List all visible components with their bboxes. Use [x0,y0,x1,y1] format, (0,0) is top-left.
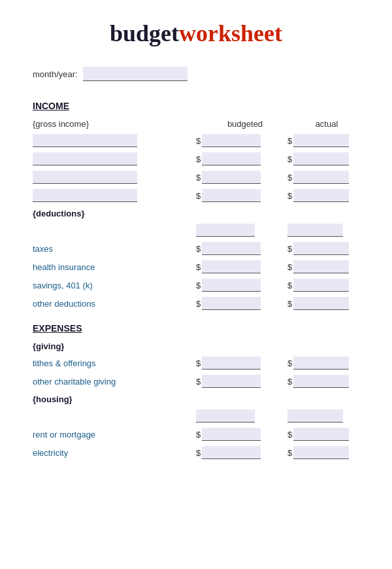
dollar-sign-s1: $ [196,281,201,290]
dollar-sign-oca1: $ [287,377,292,387]
gross-income-actual-group-4: $ [287,189,359,202]
gross-income-budgeted-group-1: $ [196,134,281,147]
other-deductions-actual-group: $ [287,297,359,310]
housing-budgeted-highlight [196,409,281,422]
tithes-row: tithes & offerings $ $ [33,356,359,370]
gross-income-budgeted-2[interactable] [202,152,261,165]
gross-income-budgeted-4[interactable] [202,189,261,202]
dollar-sign-ti1: $ [196,358,201,368]
dollar-sign-od1: $ [196,299,201,309]
deductions-budgeted-highlight-input[interactable] [196,224,255,237]
deductions-actual-highlight [287,224,359,237]
taxes-row: taxes $ $ [33,242,359,255]
dollar-sign-a2: $ [287,154,292,164]
dollar-sign-rm1: $ [196,430,201,440]
other-charitable-row: other charitable giving $ $ [33,375,359,388]
dollar-sign-4: $ [196,191,201,201]
gross-income-row-2: $ $ [33,152,359,165]
housing-subsection: {housing} rent or mortgage $ $ [33,394,359,459]
other-charitable-label: other charitable giving [33,377,196,387]
gross-income-actual-group-3: $ [287,171,359,184]
gross-income-budgeted-3[interactable] [202,171,261,184]
savings-label: savings, 401 (k) [33,281,196,290]
gross-income-actual-group-2: $ [287,152,359,165]
other-deductions-actual[interactable] [293,297,349,310]
health-actual[interactable] [293,260,349,273]
actual-header: actual [294,119,359,129]
dollar-sign-2: $ [196,154,201,164]
other-deductions-label: other deductions [33,299,196,309]
gross-income-rows: $ $ $ $ [33,134,359,202]
dollar-sign-a3: $ [287,173,292,182]
other-deductions-row: other deductions $ $ [33,297,359,310]
gross-income-actual-4[interactable] [293,189,349,202]
month-year-input[interactable] [83,67,188,81]
other-charitable-budgeted[interactable] [202,375,261,388]
housing-actual-highlight [287,409,359,422]
deductions-label: {deductions} [33,209,359,218]
expenses-section-header: EXPENSES [33,323,359,334]
other-deductions-budgeted[interactable] [202,297,261,310]
dollar-sign-rma1: $ [287,430,292,440]
gross-income-budgeted-group-3: $ [196,171,281,184]
page-title-container: budgetworksheet [33,20,359,47]
electricity-actual[interactable] [293,446,349,459]
month-year-row: month/year: [33,67,359,81]
giving-label: {giving} [33,341,359,351]
health-budgeted[interactable] [202,260,261,273]
savings-actual[interactable] [293,279,349,292]
health-actual-group: $ [287,260,359,273]
gross-income-name-4[interactable] [33,189,137,202]
savings-budgeted[interactable] [202,279,261,292]
other-charitable-actual[interactable] [293,375,349,388]
other-deductions-budgeted-group: $ [196,297,281,310]
gross-income-budgeted-1[interactable] [202,134,261,147]
dollar-sign-tia1: $ [287,358,292,368]
dollar-sign-h1: $ [196,262,201,272]
gross-income-budgeted-group-4: $ [196,189,281,202]
housing-actual-highlight-input[interactable] [287,409,343,422]
rent-mortgage-label: rent or mortgage [33,430,196,440]
gross-income-name-2[interactable] [33,152,137,165]
gross-income-actual-group-1: $ [287,134,359,147]
rent-mortgage-budgeted[interactable] [202,428,261,441]
tithes-budgeted[interactable] [202,356,261,370]
electricity-label: electricity [33,448,196,458]
housing-top-row [33,409,359,422]
gross-income-budgeted-group-2: $ [196,152,281,165]
dollar-sign-3: $ [196,173,201,182]
gross-income-actual-1[interactable] [293,134,349,147]
savings-budgeted-group: $ [196,279,281,292]
gross-income-label: {gross income} [33,119,203,129]
electricity-budgeted[interactable] [202,446,261,459]
rent-mortgage-budgeted-group: $ [196,428,281,441]
deductions-actual-highlight-input[interactable] [287,224,343,237]
budgeted-header: budgeted [203,119,287,129]
title-budget: budget [110,20,179,46]
title-worksheet: worksheet [179,20,282,46]
rent-mortgage-actual[interactable] [293,428,349,441]
gross-income-name-3[interactable] [33,171,137,184]
tithes-label: tithes & offerings [33,358,196,368]
income-section: INCOME {gross income} budgeted actual $ … [33,101,359,310]
dollar-sign-ha1: $ [287,262,292,272]
gross-income-actual-2[interactable] [293,152,349,165]
gross-income-row-3: $ $ [33,171,359,184]
housing-budgeted-highlight-input[interactable] [196,409,255,422]
taxes-budgeted[interactable] [202,242,261,255]
electricity-row: electricity $ $ [33,446,359,459]
other-charitable-budgeted-group: $ [196,375,281,388]
tithes-actual[interactable] [293,356,349,370]
rent-mortgage-actual-group: $ [287,428,359,441]
gross-income-header-row: {gross income} budgeted actual [33,119,359,129]
dollar-sign-t1: $ [196,244,201,254]
taxes-actual[interactable] [293,242,349,255]
deductions-top-row [33,224,359,237]
month-year-label: month/year: [33,69,78,79]
gross-income-name-1[interactable] [33,134,137,147]
rent-mortgage-row: rent or mortgage $ $ [33,428,359,441]
dollar-sign-ta1: $ [287,244,292,254]
electricity-actual-group: $ [287,446,359,459]
gross-income-actual-3[interactable] [293,171,349,184]
health-insurance-row: health insurance $ $ [33,260,359,273]
